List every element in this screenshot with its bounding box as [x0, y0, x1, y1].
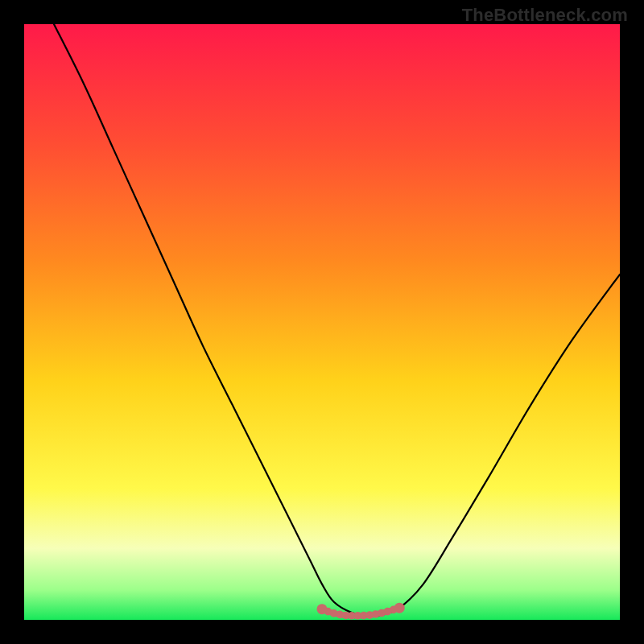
plot-area [24, 24, 620, 620]
chart-svg [24, 24, 620, 620]
chart-frame: TheBottleneck.com [0, 0, 644, 644]
watermark: TheBottleneck.com [462, 5, 628, 26]
highlight-end [394, 603, 405, 613]
highlight-end [317, 604, 328, 614]
gradient-bg [24, 24, 620, 620]
